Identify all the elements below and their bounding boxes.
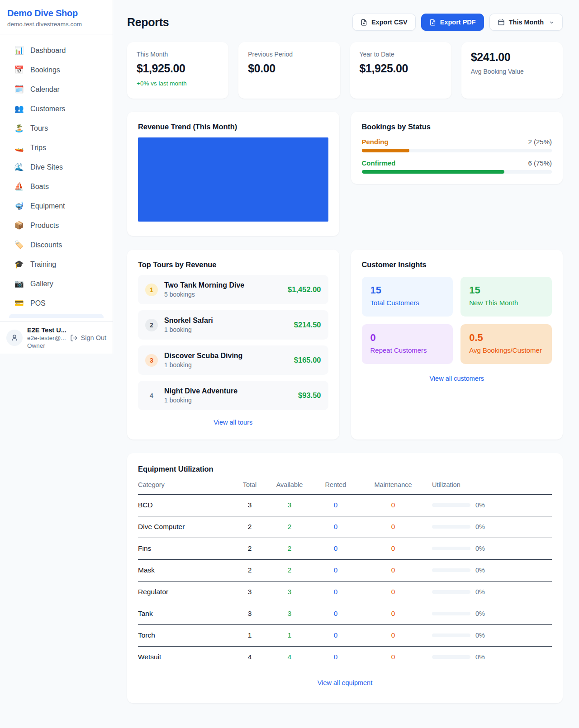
sidebar-item-pos[interactable]: 💳 POS: [4, 293, 109, 313]
sidebar-item-label: Products: [30, 222, 59, 230]
sailboat-icon: ⛵: [14, 182, 24, 191]
sidebar-item-dive-sites[interactable]: 🌊 Dive Sites: [4, 157, 109, 177]
cell-category: Mask: [138, 566, 228, 574]
sidebar-item-training[interactable]: 🎓 Training: [4, 255, 109, 274]
utilization-bar-track: [432, 503, 470, 507]
stats-row: This Month $1,925.00 +0% vs last month P…: [127, 42, 563, 99]
utilization-percent: 0%: [475, 523, 485, 530]
export-pdf-label: Export PDF: [440, 19, 476, 26]
insights-row: Top Tours by Revenue 1 Two Tank Morning …: [127, 250, 563, 440]
cell-utilization: 0%: [423, 653, 552, 661]
cell-maintenance: 0: [363, 501, 423, 509]
status-label: Confirmed: [362, 159, 396, 167]
tour-bookings: 1 booking: [164, 326, 213, 333]
tour-name: Snorkel Safari: [164, 317, 213, 325]
cell-total: 2: [228, 544, 271, 553]
sidebar-item-customers[interactable]: 👥 Customers: [4, 99, 109, 118]
sidebar-item-label: POS: [30, 299, 46, 307]
sidebar-item-trips[interactable]: 🚤 Trips: [4, 138, 109, 157]
shop-name[interactable]: Demo Dive Shop: [7, 8, 105, 19]
export-pdf-button[interactable]: Export PDF: [421, 14, 484, 31]
sign-out-button[interactable]: Sign Out: [70, 334, 106, 342]
stat-delta: +0% vs last month: [137, 80, 219, 87]
sidebar-item-discounts[interactable]: 🏷️ Discounts: [4, 235, 109, 255]
table-row: Tank 3 3 0 0 0%: [138, 603, 552, 625]
sidebar-item-label: Customers: [30, 105, 65, 113]
avatar: [6, 330, 23, 346]
cell-rented: 0: [308, 501, 363, 509]
cell-total: 2: [228, 523, 271, 531]
calendar-icon: [498, 19, 505, 26]
cell-total: 3: [228, 610, 271, 618]
cell-available: 3: [271, 610, 308, 618]
sidebar-item-tours[interactable]: 🏝️ Tours: [4, 118, 109, 138]
col-header-maintenance: Maintenance: [363, 481, 423, 488]
status-label: Pending: [362, 138, 389, 146]
header-actions: Export CSV Export PDF This Month: [352, 14, 563, 31]
tour-row[interactable]: 4 Night Dive Adventure 1 booking $93.50: [138, 381, 328, 410]
sidebar-item-calendar[interactable]: 🗓️ Calendar: [4, 80, 109, 99]
package-icon: 📦: [14, 221, 24, 230]
stat-card-previous-period: Previous Period $0.00: [238, 42, 340, 99]
tour-row[interactable]: 3 Discover Scuba Diving 1 booking $165.0…: [138, 345, 328, 375]
tour-bookings: 1 booking: [164, 397, 237, 404]
camera-icon: 📷: [14, 279, 24, 288]
tile-value: 15: [469, 284, 543, 296]
cell-rented: 0: [308, 544, 363, 553]
cell-available: 2: [271, 544, 308, 553]
tag-icon: 🏷️: [14, 240, 24, 250]
utilization-percent: 0%: [475, 632, 485, 639]
sidebar-item-products[interactable]: 📦 Products: [4, 216, 109, 235]
bookings-calendar-icon: 📅: [14, 65, 24, 75]
period-dropdown[interactable]: This Month: [489, 14, 563, 31]
cell-rented: 0: [308, 523, 363, 531]
tile-label: New This Month: [469, 299, 543, 307]
col-header-total: Total: [228, 481, 271, 488]
cell-maintenance: 0: [363, 653, 423, 661]
stat-card-this-month: This Month $1,925.00 +0% vs last month: [127, 42, 228, 99]
sidebar-item-boats[interactable]: ⛵ Boats: [4, 177, 109, 196]
sidebar-item-label: Calendar: [30, 85, 60, 94]
table-row: Dive Computer 2 2 0 0 0%: [138, 516, 552, 538]
status-value: 6 (75%): [528, 159, 552, 167]
cell-utilization: 0%: [423, 523, 552, 530]
sidebar-item-equipment[interactable]: 🤿 Equipment: [4, 196, 109, 216]
cell-total: 3: [228, 501, 271, 509]
stat-label: Avg Booking Value: [471, 68, 553, 75]
chevron-down-icon: [549, 19, 555, 25]
status-bar-fill: [362, 149, 409, 152]
col-header-category: Category: [138, 481, 228, 488]
sidebar-item-gallery[interactable]: 📷 Gallery: [4, 274, 109, 293]
cell-utilization: 0%: [423, 632, 552, 639]
sidebar-item-label: Dashboard: [30, 47, 66, 55]
status-bar-track: [362, 149, 552, 152]
tour-bookings: 1 booking: [164, 361, 242, 369]
export-csv-button[interactable]: Export CSV: [352, 14, 416, 31]
view-all-tours-link[interactable]: View all tours: [138, 419, 328, 426]
view-all-equipment-link[interactable]: View all equipment: [138, 679, 552, 686]
sidebar-item-bookings[interactable]: 📅 Bookings: [4, 60, 109, 80]
cell-category: Dive Computer: [138, 523, 228, 531]
person-icon: [10, 334, 19, 342]
utilization-bar-track: [432, 633, 470, 637]
user-email: e2e-tester@...: [27, 335, 66, 341]
active-nav-item-partial: [9, 314, 104, 318]
sidebar-item-label: Dive Sites: [30, 163, 63, 171]
utilization-bar-track: [432, 568, 470, 572]
user-info: E2E Test U... e2e-tester@... Owner: [27, 326, 66, 349]
tour-row[interactable]: 1 Two Tank Morning Dive 5 bookings $1,45…: [138, 275, 328, 304]
main-content: Reports Export CSV Export PDF: [113, 0, 579, 703]
app-root: Demo Dive Shop demo.test.divestreams.com…: [0, 0, 579, 728]
page-header: Reports Export CSV Export PDF: [127, 14, 563, 31]
stat-card-year-to-date: Year to Date $1,925.00: [350, 42, 451, 99]
cell-utilization: 0%: [423, 588, 552, 596]
cell-maintenance: 0: [363, 566, 423, 574]
tile-label: Total Customers: [370, 299, 445, 307]
tour-row[interactable]: 2 Snorkel Safari 1 booking $214.50: [138, 310, 328, 340]
cell-rented: 0: [308, 631, 363, 639]
view-all-customers-link[interactable]: View all customers: [362, 375, 552, 382]
stat-value: $1,925.00: [137, 62, 219, 75]
sidebar-item-dashboard[interactable]: 📊 Dashboard: [4, 41, 109, 60]
user-role: Owner: [27, 342, 66, 349]
cell-category: Wetsuit: [138, 653, 228, 661]
